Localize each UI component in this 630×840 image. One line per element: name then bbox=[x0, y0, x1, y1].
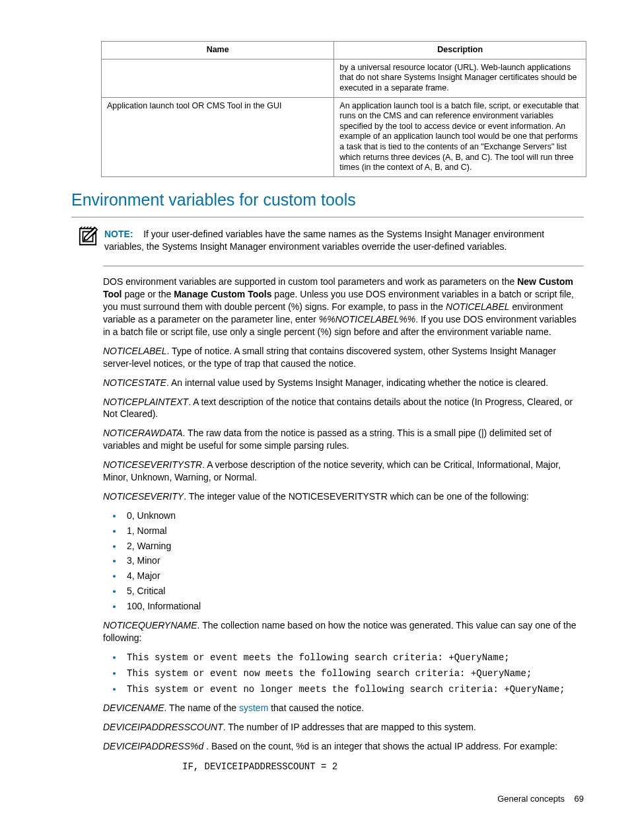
cell-desc: by a universal resource locator (URL). W… bbox=[334, 59, 586, 97]
noticeseveritystr-para: NOTICESEVERITYSTR. A verbose description… bbox=[103, 459, 584, 484]
queryname-list: This system or event meets the following… bbox=[103, 651, 584, 696]
list-item: This system or event now meets the follo… bbox=[123, 667, 584, 680]
tools-table: Name Description by a universal resource… bbox=[101, 41, 586, 177]
table-row: by a universal resource locator (URL). W… bbox=[102, 59, 586, 97]
list-item: 2, Warning bbox=[123, 540, 584, 553]
devicename-para: DEVICENAME. The name of the system that … bbox=[103, 702, 584, 714]
table-row: Application launch tool OR CMS Tool in t… bbox=[102, 97, 586, 176]
note-label: NOTE: bbox=[104, 229, 133, 239]
noticeplaintext-para: NOTICEPLAINTEXT. A text description of t… bbox=[103, 396, 584, 421]
list-item: 5, Critical bbox=[123, 585, 584, 597]
system-link[interactable]: system bbox=[239, 703, 268, 713]
list-item: 3, Minor bbox=[123, 554, 584, 567]
deviceipcount-para: DEVICEIPADDRESSCOUNT. The number of IP a… bbox=[103, 721, 584, 734]
footer-section-label: General concepts bbox=[497, 794, 565, 804]
section-heading: Environment variables for custom tools bbox=[71, 189, 584, 211]
divider bbox=[103, 266, 584, 266]
cell-desc: An application launch tool is a batch fi… bbox=[334, 97, 586, 176]
note-pencil-icon bbox=[78, 227, 98, 247]
code-example: IF, DEVICEIPADDRESSCOUNT = 2 bbox=[182, 761, 584, 773]
note-paragraph: NOTE: If your user-defined variables hav… bbox=[103, 228, 584, 253]
deviceipaddr-para: DEVICEIPADDRESS%d . Based on the count, … bbox=[103, 740, 584, 753]
noticelabel-para: NOTICELABEL. Type of notice. A small str… bbox=[103, 345, 584, 370]
col-desc-header: Description bbox=[334, 42, 586, 59]
noticerawdata-para: NOTICERAWDATA. The raw data from the not… bbox=[103, 427, 584, 452]
list-item: 100, Informational bbox=[123, 600, 584, 613]
severity-list: 0, Unknown 1, Normal 2, Warning 3, Minor… bbox=[103, 510, 584, 613]
list-item: 1, Normal bbox=[123, 525, 584, 537]
note-text: If your user-defined variables have the … bbox=[104, 229, 544, 252]
col-name-header: Name bbox=[102, 42, 334, 59]
list-item: This system or event meets the following… bbox=[123, 651, 584, 664]
noticeseverity-para: NOTICESEVERITY. The integer value of the… bbox=[103, 490, 584, 503]
cell-name bbox=[102, 59, 334, 97]
page-footer: General concepts 69 bbox=[71, 793, 584, 805]
list-item: This system or event no longer meets the… bbox=[123, 683, 584, 696]
cell-name: Application launch tool OR CMS Tool in t… bbox=[102, 97, 334, 176]
intro-paragraph: DOS environment variables are supported … bbox=[103, 276, 584, 338]
list-item: 4, Major bbox=[123, 570, 584, 582]
noticestate-para: NOTICESTATE. An internal value used by S… bbox=[103, 377, 584, 389]
page-number: 69 bbox=[575, 794, 584, 804]
noticequeryname-para: NOTICEQUERYNAME. The collection name bas… bbox=[103, 619, 584, 644]
list-item: 0, Unknown bbox=[123, 510, 584, 522]
